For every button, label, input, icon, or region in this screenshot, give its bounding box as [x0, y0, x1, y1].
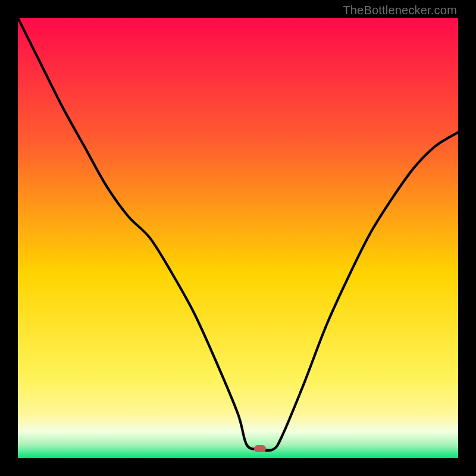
optimal-point-marker	[254, 445, 266, 452]
attribution-link[interactable]: TheBottlenecker.com	[343, 4, 457, 17]
chart-frame: TheBottlenecker.com	[0, 0, 476, 476]
bottleneck-curve	[18, 18, 458, 458]
plot-area	[18, 18, 458, 458]
